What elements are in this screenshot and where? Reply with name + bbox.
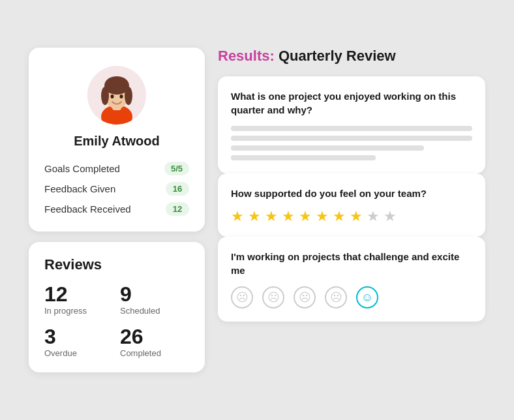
results-title: Quarterly Review — [279, 48, 396, 64]
review-number: 9 — [120, 284, 132, 305]
reviews-title: Reviews — [44, 256, 189, 273]
stat-badge: 16 — [166, 182, 189, 196]
emoji-inactive-icon[interactable]: ☹ — [325, 286, 347, 308]
review-item: 12 In progress — [44, 284, 113, 316]
review-number: 12 — [44, 284, 68, 305]
avatar — [87, 66, 146, 125]
user-name: Emily Atwood — [74, 134, 159, 149]
review-item: 9 Scheduled — [120, 284, 189, 316]
review-sublabel: Scheduled — [120, 306, 160, 316]
reviews-grid: 12 In progress 9 Scheduled 3 Overdue 26 … — [44, 284, 189, 358]
stat-label: Goals Completed — [44, 163, 120, 174]
question-card-2: I'm working on projects that challenge a… — [218, 237, 485, 322]
svg-point-6 — [125, 87, 132, 105]
text-line — [231, 145, 424, 151]
star-filled-icon: ★ — [316, 209, 329, 224]
svg-point-7 — [111, 95, 114, 98]
star-empty-icon: ★ — [384, 209, 397, 224]
star-filled-icon: ★ — [282, 209, 295, 224]
right-panel: Results: Quarterly Review What is one pr… — [218, 48, 485, 372]
stat-label: Feedback Received — [44, 203, 131, 215]
star-filled-icon: ★ — [248, 209, 261, 224]
emoji-row[interactable]: ☹☹☹☹☺ — [231, 286, 472, 308]
text-line — [231, 136, 472, 141]
stat-row: Feedback Given 16 — [44, 182, 189, 196]
stats-list: Goals Completed 5/5 Feedback Given 16 Fe… — [44, 162, 189, 216]
review-item: 26 Completed — [120, 326, 189, 358]
review-number: 26 — [120, 326, 144, 347]
questions-container: What is one project you enjoyed working … — [218, 76, 485, 322]
star-filled-icon: ★ — [350, 209, 363, 224]
text-line — [231, 126, 472, 131]
review-sublabel: In progress — [44, 306, 87, 316]
results-prefix: Results: — [218, 48, 275, 64]
star-filled-icon: ★ — [265, 209, 278, 224]
text-lines — [231, 126, 472, 160]
emoji-active-icon[interactable]: ☺ — [356, 286, 378, 308]
reviews-card: Reviews 12 In progress 9 Scheduled 3 Ove… — [29, 242, 205, 372]
star-row: ★★★★★★★★★★ — [231, 209, 472, 224]
question-text: I'm working on projects that challenge a… — [231, 250, 472, 277]
star-filled-icon: ★ — [231, 209, 244, 224]
question-text: What is one project you enjoyed working … — [231, 89, 472, 117]
question-card-0: What is one project you enjoyed working … — [218, 76, 485, 173]
emoji-inactive-icon[interactable]: ☹ — [231, 286, 253, 308]
main-container: Emily Atwood Goals Completed 5/5 Feedbac… — [9, 28, 505, 392]
question-text: How supported do you feel on your team? — [231, 187, 472, 200]
left-panel: Emily Atwood Goals Completed 5/5 Feedbac… — [29, 48, 205, 372]
review-item: 3 Overdue — [44, 326, 113, 358]
review-sublabel: Completed — [120, 348, 161, 358]
stat-badge: 5/5 — [164, 162, 189, 175]
emoji-inactive-icon[interactable]: ☹ — [262, 286, 284, 308]
question-card-1: How supported do you feel on your team?★… — [218, 173, 485, 237]
text-line — [231, 155, 376, 160]
review-sublabel: Overdue — [44, 348, 77, 358]
svg-point-8 — [120, 95, 123, 98]
star-empty-icon: ★ — [367, 209, 380, 224]
stat-badge: 12 — [166, 202, 189, 216]
stat-row: Goals Completed 5/5 — [44, 162, 189, 175]
emoji-inactive-icon[interactable]: ☹ — [294, 286, 316, 308]
star-filled-icon: ★ — [299, 209, 312, 224]
stat-row: Feedback Received 12 — [44, 202, 189, 216]
star-filled-icon: ★ — [333, 209, 346, 224]
profile-card: Emily Atwood Goals Completed 5/5 Feedbac… — [29, 48, 205, 232]
stat-label: Feedback Given — [44, 183, 115, 194]
results-header: Results: Quarterly Review — [218, 48, 485, 65]
review-number: 3 — [44, 326, 56, 347]
svg-point-5 — [101, 87, 109, 105]
